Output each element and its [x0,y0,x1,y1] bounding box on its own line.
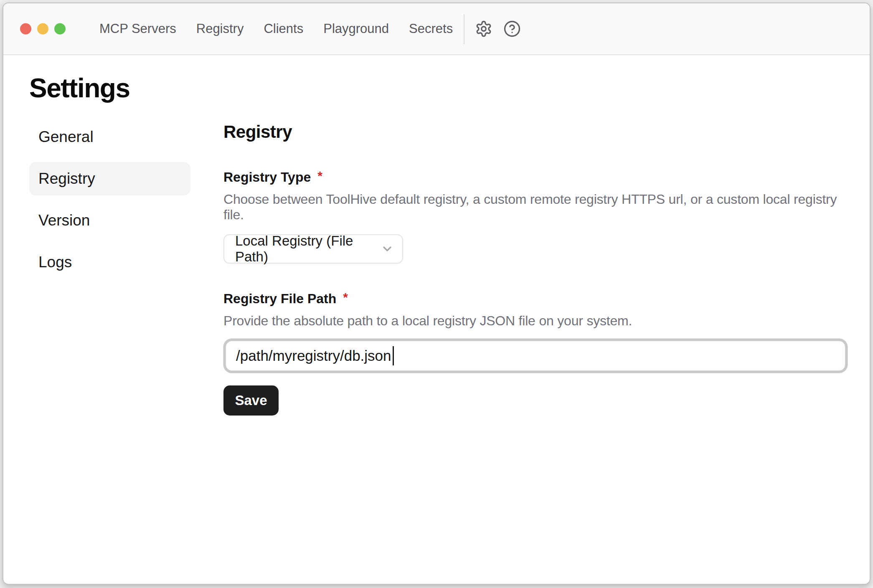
nav-item-clients[interactable]: Clients [264,21,303,36]
registry-file-path-description: Provide the absolute path to a local reg… [223,313,848,329]
nav-item-playground[interactable]: Playground [323,21,389,36]
window-controls [20,23,66,35]
titlebar-icons [475,3,521,54]
minimize-button[interactable] [37,23,48,35]
help-icon [503,20,521,38]
save-button[interactable]: Save [223,385,279,416]
sidebar-item-label: Registry [38,170,95,188]
select-value: Local Registry (File Path) [235,233,381,265]
top-nav: MCP Servers Registry Clients Playground … [99,3,453,54]
registry-type-select[interactable]: Local Registry (File Path) [223,234,403,264]
registry-type-label: Registry Type * [223,170,848,185]
nav-item-mcp-servers[interactable]: MCP Servers [99,21,176,36]
field-label-text: Registry Type [223,170,311,185]
settings-button[interactable] [475,20,493,38]
sidebar-item-general[interactable]: General [29,120,190,154]
registry-type-description: Choose between ToolHive default registry… [223,192,848,223]
sidebar-item-logs[interactable]: Logs [29,246,190,279]
close-button[interactable] [20,23,31,35]
titlebar-divider [464,14,464,44]
chevron-down-icon [381,242,394,256]
registry-file-path-label: Registry File Path * [223,291,848,307]
sidebar-item-registry[interactable]: Registry [29,162,190,195]
settings-sidebar: General Registry Version Logs [29,120,190,287]
input-value: /path/myregistry/db.json [236,347,391,364]
gear-icon [475,20,492,38]
sidebar-item-label: Logs [38,253,72,271]
required-asterisk: * [343,290,348,304]
registry-file-path-input[interactable]: /path/myregistry/db.json [226,341,845,371]
text-caret [393,346,394,365]
registry-file-path-input-focus-ring: /path/myregistry/db.json [223,339,848,373]
help-button[interactable] [503,20,521,38]
field-label-text: Registry File Path [223,291,336,307]
sidebar-item-label: Version [38,212,90,229]
app-window: MCP Servers Registry Clients Playground … [3,3,870,585]
titlebar: MCP Servers Registry Clients Playground … [3,3,870,55]
nav-item-secrets[interactable]: Secrets [409,21,453,36]
sidebar-item-version[interactable]: Version [29,204,190,237]
nav-item-registry[interactable]: Registry [196,21,244,36]
sidebar-item-label: General [38,128,94,146]
required-asterisk: * [317,169,322,183]
section-title: Registry [223,122,848,142]
registry-settings-panel: Registry Registry Type * Choose between … [223,122,848,416]
zoom-button[interactable] [54,23,66,35]
page-title: Settings [29,73,129,104]
